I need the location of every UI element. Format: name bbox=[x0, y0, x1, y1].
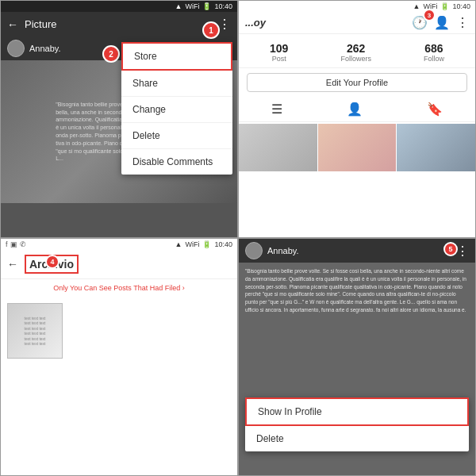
bl-archived-post-thumb[interactable]: text text texttext text texttext text te… bbox=[7, 303, 63, 359]
tl-time: 10:40 bbox=[214, 2, 232, 10]
badge-1: 1 bbox=[202, 21, 220, 39]
quadrant-bottom-left: f ▣ ✆ ▲ WiFi 🔋 10:40 ← Archivio 4 Only Y… bbox=[0, 238, 238, 476]
tr-following-label: Follow bbox=[424, 55, 444, 63]
edit-profile-button[interactable]: Edit Your Profile bbox=[247, 73, 467, 92]
tr-following-count: 686 bbox=[424, 42, 444, 55]
bl-topbar: ← Archivio 4 bbox=[1, 250, 237, 279]
back-button[interactable]: ← bbox=[7, 18, 18, 31]
facebook-icon: f bbox=[6, 240, 8, 248]
tr-followers-label: Followers bbox=[340, 55, 371, 63]
br-more-button[interactable]: ⋮ bbox=[456, 244, 469, 259]
bl-social-icons: f ▣ ✆ bbox=[6, 240, 26, 248]
tr-posts-label: Post bbox=[270, 55, 288, 63]
menu-item-delete[interactable]: Delete bbox=[121, 123, 232, 149]
history-icon[interactable]: 🕐 3 bbox=[412, 15, 428, 30]
tr-stat-following: 686 Follow bbox=[424, 42, 444, 63]
more-options-icon[interactable]: ⋮ bbox=[456, 15, 469, 30]
tab-tag-icon[interactable]: 👤 bbox=[347, 102, 363, 117]
tl-topbar: ← Picture ⋮ bbox=[1, 12, 237, 36]
battery-icon: 🔋 bbox=[202, 2, 211, 10]
tl-dropdown-menu: Store Share Change Delete Disable Commen… bbox=[121, 42, 232, 175]
menu-item-store[interactable]: Store bbox=[121, 42, 232, 71]
menu-item-share[interactable]: Share bbox=[121, 71, 232, 97]
person-add-icon[interactable]: 👤 bbox=[434, 15, 450, 30]
br-menu-delete[interactable]: Delete bbox=[245, 426, 469, 451]
signal-icon: ▲ bbox=[175, 2, 182, 10]
bl-signal-icon: ▲ bbox=[175, 240, 182, 248]
tr-followers-count: 262 bbox=[340, 42, 371, 55]
badge-3: 3 bbox=[423, 9, 436, 21]
tr-posts-count: 109 bbox=[270, 42, 288, 55]
quadrant-top-left: ▲ WiFi 🔋 10:40 ← Picture ⋮ 1 Annaby. ⋮ "… bbox=[0, 0, 238, 238]
bl-wifi-icon: WiFi bbox=[185, 240, 199, 248]
br-username: Annaby. bbox=[267, 246, 451, 255]
quadrant-top-right: ▲ WiFi 🔋 10:40 ...oy 🕐 3 👤 ⋮ 109 Post 26… bbox=[238, 0, 476, 238]
br-dropdown-menu: Show In Profile Delete bbox=[245, 397, 469, 451]
br-post-text: "Bisognia tanto bellie prove volte. Se s… bbox=[245, 267, 469, 314]
bl-statusbar: f ▣ ✆ ▲ WiFi 🔋 10:40 bbox=[1, 239, 237, 250]
badge-5: 5 bbox=[443, 242, 458, 256]
menu-item-change[interactable]: Change bbox=[121, 97, 232, 123]
wifi-icon: WiFi bbox=[185, 2, 199, 10]
tr-time: 10:40 bbox=[452, 2, 470, 10]
tr-signal-icon: ▲ bbox=[413, 2, 420, 10]
br-topbar: Annaby. ⋮ 5 bbox=[239, 239, 475, 263]
tr-photo-grid bbox=[239, 124, 475, 171]
tr-stat-followers: 262 Followers bbox=[340, 42, 371, 63]
tab-grid-icon[interactable]: ☰ bbox=[271, 102, 282, 117]
tr-account-name: ...oy bbox=[245, 17, 405, 29]
badge-4: 4 bbox=[45, 255, 60, 269]
br-post-content: "Bisognia tanto bellie prove volte. Se s… bbox=[239, 263, 475, 475]
br-menu-show-in-profile[interactable]: Show In Profile bbox=[245, 397, 469, 426]
bl-back-button[interactable]: ← bbox=[7, 258, 18, 271]
tr-tabs: ☰ 👤 🔖 bbox=[239, 97, 475, 122]
grid-cell-2[interactable] bbox=[318, 124, 397, 171]
bl-battery-icon: 🔋 bbox=[202, 240, 211, 248]
menu-item-disable-comments[interactable]: Disable Comments bbox=[121, 149, 232, 175]
bl-only-you-notice: Only You Can See Posts That Had Filed › bbox=[1, 279, 237, 297]
badge-2: 2 bbox=[102, 45, 120, 63]
instagram-icon: ▣ bbox=[10, 240, 17, 248]
tr-stats-row: 109 Post 262 Followers 686 Follow bbox=[239, 34, 475, 68]
tr-stat-posts: 109 Post bbox=[270, 42, 288, 63]
tl-title: Picture bbox=[25, 18, 212, 30]
grid-cell-3[interactable] bbox=[397, 124, 475, 171]
br-avatar bbox=[245, 242, 263, 259]
tl-statusbar: ▲ WiFi 🔋 10:40 bbox=[1, 1, 237, 12]
quadrant-bottom-right: Annaby. ⋮ 5 "Bisognia tanto bellie prove… bbox=[238, 238, 476, 476]
bl-time: 10:40 bbox=[214, 240, 232, 248]
grid-cell-1[interactable] bbox=[239, 124, 317, 171]
tab-bookmark-icon[interactable]: 🔖 bbox=[427, 102, 443, 117]
tr-battery-icon: 🔋 bbox=[440, 2, 449, 10]
whatsapp-icon: ✆ bbox=[20, 240, 26, 248]
tl-avatar bbox=[7, 40, 25, 57]
tr-statusbar: ▲ WiFi 🔋 10:40 bbox=[239, 1, 475, 12]
tr-topbar: ...oy 🕐 3 👤 ⋮ bbox=[239, 12, 475, 34]
tl-more-button[interactable]: ⋮ bbox=[218, 17, 231, 32]
